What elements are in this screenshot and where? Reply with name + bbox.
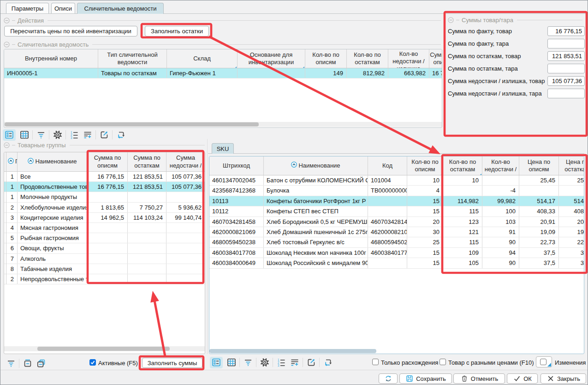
save-button[interactable]: Сохранить — [399, 373, 452, 384]
column-header[interactable]: Сумма по описям — [429, 49, 442, 68]
changes-checkbox[interactable] — [540, 359, 546, 365]
column-header[interactable]: Сумма недостачи / — [166, 152, 205, 171]
sku-table-hscrollbar[interactable] — [209, 349, 376, 353]
refresh-list-icon[interactable] — [323, 358, 333, 367]
open-in-window-icon[interactable] — [99, 130, 109, 140]
toolbar-separator — [239, 358, 240, 367]
column-header[interactable]: Сумма по описям — [88, 152, 128, 171]
product-groups-table[interactable]: Г НаименованиеСумма по описямСумма по ос… — [4, 152, 205, 354]
collapse-all-icon[interactable] — [36, 359, 46, 368]
table-row[interactable]: 10113Конфеты батончики РотФронт 1кг Р151… — [209, 196, 584, 206]
table-row[interactable]: 3Кондитерские изделия14 962,5114 103,249… — [4, 213, 205, 223]
fill-sums-button[interactable]: Заполнить суммы — [142, 358, 202, 368]
tab-sku[interactable]: SKU — [212, 143, 234, 154]
tab-inventories[interactable]: Описи — [51, 3, 75, 13]
sum-field-input[interactable] — [547, 89, 585, 98]
column-header[interactable]: Код — [368, 156, 407, 175]
recalculate-prices-button[interactable]: Пересчитать цены по всей инвентаризации — [4, 26, 137, 36]
open-in-window-icon[interactable] — [306, 358, 316, 367]
grid-view-icon[interactable] — [19, 130, 29, 140]
table-row[interactable]: 2Непродовольственные товары — [4, 274, 205, 284]
sum-field-input[interactable] — [547, 76, 585, 86]
column-header[interactable]: Тип сличительной ведомости — [98, 49, 167, 68]
refresh-list-icon[interactable] — [116, 130, 125, 140]
close-button[interactable]: Закрыть — [540, 373, 586, 384]
table-row[interactable]: 1Продовольственные товары16 776,15121 85… — [4, 182, 205, 192]
table-cell: Кондитерские изделия — [18, 213, 88, 223]
toolbar-separator — [256, 358, 256, 367]
table-row[interactable]: 4680059450238Хлеб тостовый Геркулес в/с4… — [209, 237, 584, 247]
sum-field-input[interactable] — [547, 64, 585, 73]
table-row[interactable]: 8Табачные изделия — [4, 264, 205, 274]
column-header[interactable]: Кол-во по описям — [407, 156, 443, 175]
add-to-list-icon[interactable] — [83, 130, 92, 140]
list-view-icon[interactable] — [3, 129, 16, 141]
only-differences-checkbox[interactable] — [372, 359, 379, 365]
fill-remainders-button[interactable]: Заполнить остатки — [145, 26, 209, 36]
numbered-list-icon[interactable]: 1 2 3 — [276, 358, 286, 367]
table-row[interactable]: 2Хлебобулочные изделия1 813,657 750,275 … — [4, 203, 205, 213]
active-f5-checkbox[interactable] — [89, 359, 96, 366]
collapse-group-icon[interactable] — [448, 17, 454, 23]
table-header-row: Штрихкод НаименованиеКодКол-во по описям… — [209, 156, 584, 175]
list-view-icon[interactable] — [210, 357, 223, 368]
tab-comparison-statements[interactable]: Сличительные ведомости — [77, 3, 164, 14]
collapse-box-icon[interactable] — [23, 359, 32, 368]
sum-field-input[interactable] — [547, 51, 585, 61]
table-row[interactable]: 6Овощи, фрукты — [4, 243, 205, 253]
sum-field-input[interactable] — [547, 39, 585, 48]
add-to-list-icon[interactable] — [290, 358, 299, 367]
column-header[interactable]: Внутренний номер — [4, 49, 98, 68]
table-row[interactable]: 4620000821069Хлеб Домашний пшеничный 1с … — [209, 227, 584, 237]
column-header[interactable]: Кол-во по остаткам — [347, 49, 388, 68]
column-header[interactable]: Кол-во недостачи / — [482, 156, 519, 175]
cancel-button[interactable]: Отменить — [453, 373, 505, 384]
grid-view-icon[interactable] — [226, 358, 236, 367]
table-row[interactable]: 7Алкоголь — [4, 254, 205, 264]
panel-splitter[interactable] — [207, 139, 208, 354]
different-prices-checkbox[interactable] — [440, 359, 446, 365]
settings-icon[interactable] — [260, 358, 269, 367]
filter-small-icon[interactable] — [6, 359, 16, 368]
sum-field-input[interactable] — [547, 26, 585, 36]
sku-table[interactable]: Штрихкод НаименованиеКодКол-во по описям… — [209, 156, 584, 354]
table-row[interactable]: 1Молочные продукты — [4, 192, 205, 202]
column-header[interactable]: Цена по описям — [519, 156, 559, 175]
toolbar-separator — [49, 130, 49, 139]
ok-button[interactable]: ОК — [507, 373, 538, 384]
filter-icon[interactable] — [243, 358, 253, 367]
table-row[interactable]: 10112Конфеты СТЕП вес СТЕП15115100408,33… — [209, 206, 584, 217]
table-row[interactable]: ИН00005-1Товары по остаткамГипер-Фьюжен … — [4, 68, 442, 78]
table-cell — [166, 192, 205, 202]
refresh-button[interactable] — [379, 373, 398, 384]
statement-table[interactable]: Внутренний номерТип сличительной ведомос… — [4, 49, 442, 128]
table-row[interactable]: 4Мясная гастрономия — [4, 223, 205, 233]
numbered-list-icon[interactable]: 1 2 3 — [69, 130, 79, 140]
table-row[interactable]: 4600384000649Шоколад Российский с миндал… — [209, 258, 584, 268]
collapse-group-icon[interactable] — [4, 18, 10, 24]
settings-icon[interactable] — [53, 130, 62, 140]
table-row[interactable]: 4600384017708Шоколад Несквик мол начинка… — [209, 248, 584, 258]
column-header[interactable]: Цена по остаткам — [559, 156, 584, 175]
collapse-group-icon[interactable] — [4, 42, 10, 48]
column-header[interactable]: Кол-во по описям — [305, 49, 347, 68]
table-row[interactable]: 1Все16 776,15121 853,51105 077,36 — [4, 172, 205, 182]
table-row[interactable]: 4235687412368БулочкаТВ0000000004-4 — [209, 186, 584, 196]
column-header[interactable]: Наименование — [18, 152, 88, 171]
table-row[interactable]: 5Рыбная гастрономия — [4, 233, 205, 243]
column-header[interactable]: Кол-во по остаткам — [443, 156, 482, 175]
statement-table-hscrollbar[interactable] — [5, 122, 259, 126]
column-header[interactable]: Основание для инвентаризации — [238, 49, 305, 68]
collapse-group-icon[interactable] — [4, 142, 10, 148]
table-row[interactable]: 4601347002045Батон с отрубями КОЛОМЕНСКИ… — [209, 175, 584, 186]
column-header[interactable]: Кол-во недостачи / излишка — [388, 49, 429, 68]
column-header[interactable]: Г — [6, 152, 18, 171]
groups-table-hscrollbar[interactable] — [37, 347, 170, 351]
column-header[interactable]: Склад — [167, 49, 238, 68]
column-header[interactable]: Наименование — [264, 156, 368, 175]
table-row[interactable]: 4607034281458Хлеб Бородинский 0,5 кг ЧЕР… — [209, 217, 584, 227]
column-header[interactable]: Штрихкод — [209, 156, 264, 175]
column-header[interactable]: Сумма по остаткам — [128, 152, 166, 171]
filter-icon[interactable] — [36, 130, 46, 140]
tab-parameters[interactable]: Параметры — [6, 3, 49, 13]
